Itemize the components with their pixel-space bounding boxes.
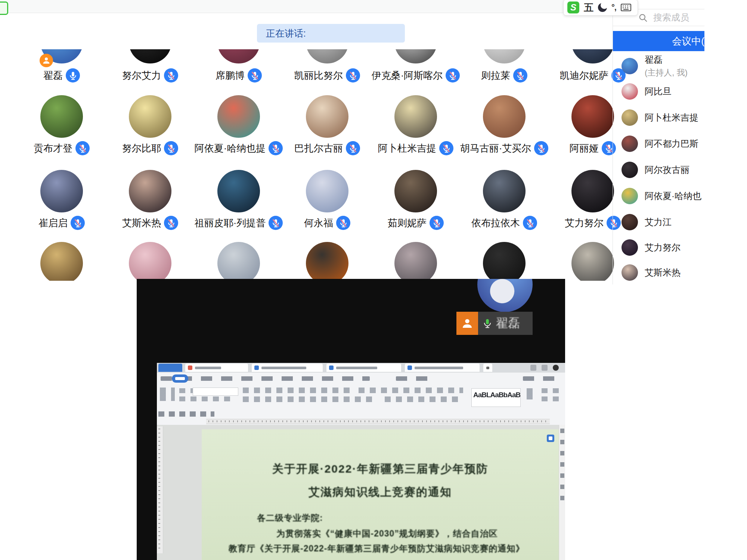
speaker-avatar (477, 279, 533, 312)
mic-muted-button[interactable] (439, 141, 453, 155)
participant-avatar[interactable] (217, 170, 260, 212)
participant-avatar[interactable] (129, 49, 171, 63)
participant-avatar[interactable] (394, 170, 437, 212)
mic-muted-button[interactable] (513, 68, 527, 83)
comment-marker-icon[interactable] (547, 435, 554, 442)
tab-2[interactable] (185, 364, 248, 372)
document-page[interactable]: 关于开展·2022·年新疆第三届青少年预防 艾滋病知识线上竞赛的通知 各二级专业… (202, 429, 559, 560)
mic-button[interactable] (66, 68, 80, 83)
member-name: 艾力江 (645, 216, 672, 228)
tab-4[interactable] (326, 364, 401, 372)
tab-5[interactable] (405, 364, 480, 372)
doc-title-line1: 关于开展·2022·年新疆第三届青少年预防 (202, 461, 559, 477)
speaker-name: 翟磊 (496, 315, 520, 332)
participant-name: 努尔艾力 (122, 69, 161, 82)
member-row[interactable]: 阿依夏·哈纳也 (615, 186, 704, 206)
mic-muted-button[interactable] (164, 68, 178, 83)
document-area[interactable]: 关于开展·2022·年新疆第三届青少年预防 艾滋病知识线上竞赛的通知 各二级专业… (157, 425, 565, 560)
member-name: 阿卜杜米吉提 (645, 112, 698, 124)
mic-muted-icon (441, 143, 452, 153)
side-toolbar[interactable] (559, 425, 565, 560)
participant-avatar[interactable] (129, 95, 171, 138)
mic-icon (68, 71, 78, 81)
member-avatar (622, 109, 638, 126)
mic-muted-icon (250, 71, 260, 81)
mic-muted-button[interactable] (164, 216, 178, 230)
mic-muted-button[interactable] (75, 141, 90, 155)
document-tab-bar[interactable] (157, 363, 565, 373)
participant-avatar[interactable] (394, 49, 437, 63)
participant-avatar[interactable] (483, 170, 526, 212)
participant-avatar[interactable] (217, 95, 260, 138)
ribbon-toolbar[interactable]: AaBLAaBbAaBbC (157, 373, 565, 400)
ribbon-tab-selected[interactable] (172, 374, 188, 383)
participant-name: 努尔比耶 (122, 142, 161, 155)
tab-3[interactable] (252, 364, 323, 372)
member-row[interactable]: 阿尔孜古丽 (615, 159, 704, 180)
member-row[interactable]: 艾力努尔 (615, 237, 704, 258)
participant-avatar[interactable] (571, 170, 614, 212)
participant-avatar[interactable] (483, 49, 526, 63)
host-badge-icon (40, 54, 53, 67)
participant-avatar[interactable] (306, 49, 348, 63)
member-name: 阿依夏·哈纳也 (645, 190, 701, 202)
participant-avatar[interactable] (571, 49, 614, 63)
ime-toolbar[interactable]: S 五 °, (563, 0, 638, 16)
mic-muted-button[interactable] (430, 216, 444, 230)
participant-avatar[interactable] (217, 242, 260, 281)
participant-name: 阿依夏·哈纳也提 (195, 142, 266, 155)
member-row[interactable]: 翟磊(主持人, 我) (615, 56, 704, 77)
mic-muted-button[interactable] (248, 68, 262, 83)
mic-muted-button[interactable] (346, 68, 360, 83)
member-row[interactable]: 艾力江 (615, 212, 704, 233)
mic-muted-button[interactable] (523, 216, 537, 230)
sogou-input-icon[interactable]: S (567, 1, 579, 13)
mic-muted-button[interactable] (602, 141, 616, 155)
mic-muted-button[interactable] (164, 141, 178, 155)
participant-avatar[interactable] (306, 170, 348, 212)
in-meeting-section-header[interactable]: 会议中( (613, 31, 704, 51)
style-gallery[interactable]: AaBLAaBbAaBbC (471, 388, 521, 407)
participant-avatar[interactable] (483, 95, 526, 138)
participant-avatar[interactable] (306, 95, 348, 138)
participant-avatar[interactable] (483, 242, 526, 281)
participant-avatar[interactable] (394, 242, 437, 281)
tab-active[interactable] (158, 364, 182, 372)
member-row[interactable]: 阿比旦 (615, 81, 704, 102)
mic-muted-icon (338, 218, 348, 228)
mic-muted-button[interactable] (336, 216, 350, 230)
member-row[interactable]: 阿卜杜米吉提 (615, 107, 704, 128)
mic-muted-button[interactable] (71, 216, 85, 230)
participant-avatar[interactable] (40, 170, 83, 212)
wubi-mode-button[interactable]: 五 (584, 1, 593, 14)
member-row[interactable]: 阿不都力巴斯 (615, 133, 704, 154)
participant-name: 崔启启 (38, 217, 68, 230)
participant-avatar[interactable] (571, 95, 614, 138)
shared-screen-video[interactable]: 翟磊 AaBLAaBbAaBbC (137, 279, 565, 560)
speaking-now-banner: 正在讲话: (257, 24, 405, 43)
member-row[interactable]: 艾斯米热 (615, 262, 704, 283)
mic-muted-icon (166, 218, 176, 228)
participant-avatar[interactable] (129, 170, 171, 212)
participant-avatar[interactable] (217, 49, 260, 63)
window-controls[interactable] (530, 365, 559, 371)
punctuation-mode-button[interactable]: °, (611, 3, 616, 12)
participant-avatar[interactable] (40, 95, 83, 138)
participant-avatar[interactable] (571, 242, 614, 281)
participant-avatar[interactable] (40, 242, 83, 281)
member-name: 阿尔孜古丽 (645, 164, 689, 176)
speaker-name-tag: 翟磊 (478, 312, 533, 335)
keyboard-icon[interactable] (621, 3, 631, 12)
mic-muted-button[interactable] (346, 141, 360, 155)
participant-avatar[interactable] (129, 242, 171, 281)
search-input[interactable] (653, 12, 706, 23)
participant-avatar[interactable] (394, 95, 437, 138)
participant-avatar[interactable] (306, 242, 348, 281)
participant-name: 祖丽皮耶·列提普 (195, 217, 266, 230)
member-avatar (622, 162, 638, 178)
moon-halfwidth-icon[interactable] (598, 3, 607, 12)
quick-access-toolbar[interactable] (158, 411, 214, 417)
doc-salutation: 各二级专业学院: (257, 512, 323, 524)
vertical-ruler (157, 426, 163, 553)
new-tab-button[interactable] (483, 364, 492, 372)
